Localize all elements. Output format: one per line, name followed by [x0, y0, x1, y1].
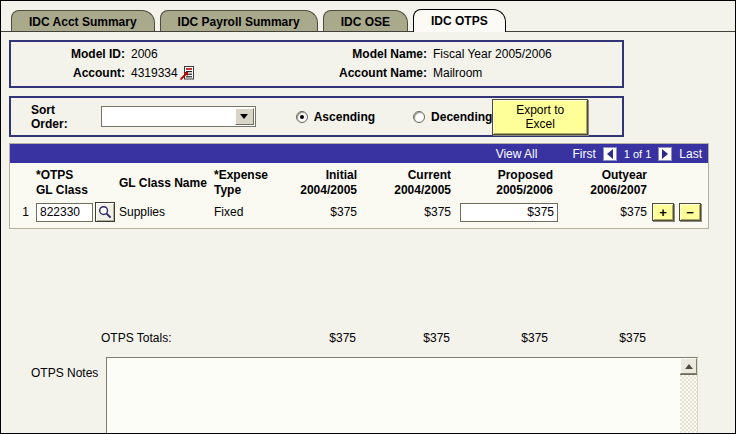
ascending-option[interactable]: Ascending: [296, 110, 375, 124]
totals-current: $375: [361, 331, 455, 345]
otps-notes-section: OTPS Notes: [9, 353, 735, 434]
sort-order-label: Sort Order:: [31, 103, 91, 131]
otps-notes-label: OTPS Notes: [9, 353, 106, 434]
current-amount-cell: $375: [362, 205, 456, 219]
initial-amount-cell: $375: [296, 205, 362, 219]
grid-row: 1 Supplies Fixed $375 $375 $375 + −: [10, 200, 708, 228]
dropdown-arrow-icon[interactable]: [235, 108, 254, 125]
otps-totals-label: OTPS Totals:: [35, 331, 295, 345]
gl-class-name-cell: Supplies: [119, 205, 214, 219]
tab-idc-otps[interactable]: IDC OTPS: [413, 9, 506, 32]
scroll-up-button[interactable]: [680, 358, 697, 374]
row-actions: + −: [652, 203, 705, 221]
account-value-wrap: 4319334: [131, 66, 311, 80]
notes-scrollbar[interactable]: [680, 358, 697, 434]
model-name-label: Model Name:: [311, 47, 433, 61]
proposed-amount-cell: [456, 203, 558, 222]
tab-bar: IDC Acct Summary IDC Payroll Summary IDC…: [1, 1, 735, 32]
gl-class-cell: [36, 202, 119, 222]
up-arrow-icon: [685, 364, 693, 369]
tab-idc-payroll-summary[interactable]: IDC Payroll Summary: [160, 10, 318, 32]
row-number: 1: [14, 205, 36, 219]
gl-class-input[interactable]: [36, 203, 93, 222]
model-info-panel: Model ID: 2006 Model Name: Fiscal Year 2…: [9, 40, 624, 88]
scrollbar-track[interactable]: [680, 375, 697, 434]
expense-type-cell: Fixed: [214, 205, 296, 219]
col-header-proposed: Proposed 2005/2006: [456, 168, 558, 198]
sort-order-select[interactable]: [101, 106, 256, 127]
next-arrow-icon: [662, 149, 668, 159]
grid-header-row: *OTPS GL Class GL Class Name *Expense Ty…: [10, 163, 708, 200]
descending-radio[interactable]: [413, 111, 425, 123]
outyear-amount-cell: $375: [558, 205, 652, 219]
totals-initial: $375: [295, 331, 361, 345]
col-header-gl-class-name: GL Class Name: [119, 176, 214, 191]
model-name-value: Fiscal Year 2005/2006: [433, 47, 614, 61]
grid-nav-bar: View All First 1 of 1 Last: [10, 144, 708, 163]
model-info-grid: Model ID: 2006 Model Name: Fiscal Year 2…: [19, 47, 614, 80]
page-indicator: 1 of 1: [624, 148, 652, 160]
delete-row-button[interactable]: −: [679, 203, 701, 221]
col-header-outyear: Outyear 2006/2007: [558, 168, 652, 198]
last-link[interactable]: Last: [679, 147, 702, 161]
otps-notes-textarea[interactable]: [106, 357, 698, 434]
proposed-amount-input[interactable]: [460, 203, 558, 222]
account-name-value: Mailroom: [433, 66, 614, 80]
col-header-otps-gl-class: *OTPS GL Class: [36, 168, 119, 198]
add-row-button[interactable]: +: [652, 203, 674, 221]
descending-option[interactable]: Decending: [413, 110, 492, 124]
prev-arrow-icon: [607, 149, 613, 159]
account-label: Account:: [19, 66, 131, 80]
model-id-label: Model ID:: [19, 47, 131, 61]
ascending-radio[interactable]: [296, 111, 308, 123]
model-id-value: 2006: [131, 47, 311, 61]
totals-proposed: $375: [455, 331, 557, 345]
otps-grid: View All First 1 of 1 Last *OTPS GL Clas…: [9, 143, 709, 229]
tab-idc-ose[interactable]: IDC OSE: [323, 10, 408, 32]
idc-otps-screen: IDC Acct Summary IDC Payroll Summary IDC…: [0, 0, 736, 434]
col-header-initial: Initial 2004/2005: [296, 168, 362, 198]
first-link[interactable]: First: [572, 147, 595, 161]
view-all-link[interactable]: View All: [496, 147, 538, 161]
next-page-button[interactable]: [658, 147, 672, 161]
tab-idc-acct-summary[interactable]: IDC Acct Summary: [11, 10, 155, 32]
totals-outyear: $375: [557, 331, 651, 345]
prev-page-button[interactable]: [603, 147, 617, 161]
col-header-expense-type: *Expense Type: [214, 168, 296, 198]
account-name-label: Account Name:: [311, 66, 433, 80]
otps-totals-row: OTPS Totals: $375 $375 $375 $375: [9, 331, 709, 345]
export-to-excel-button[interactable]: Export to Excel: [492, 99, 588, 135]
descending-label: Decending: [431, 110, 492, 124]
lookup-icon[interactable]: [95, 202, 115, 222]
sort-order-panel: Sort Order: Ascending Decending Export t…: [9, 96, 624, 137]
account-value: 4319334: [131, 66, 178, 80]
col-header-current: Current 2004/2005: [362, 168, 456, 198]
ascending-label: Ascending: [314, 110, 375, 124]
transfer-icon[interactable]: [180, 66, 194, 80]
